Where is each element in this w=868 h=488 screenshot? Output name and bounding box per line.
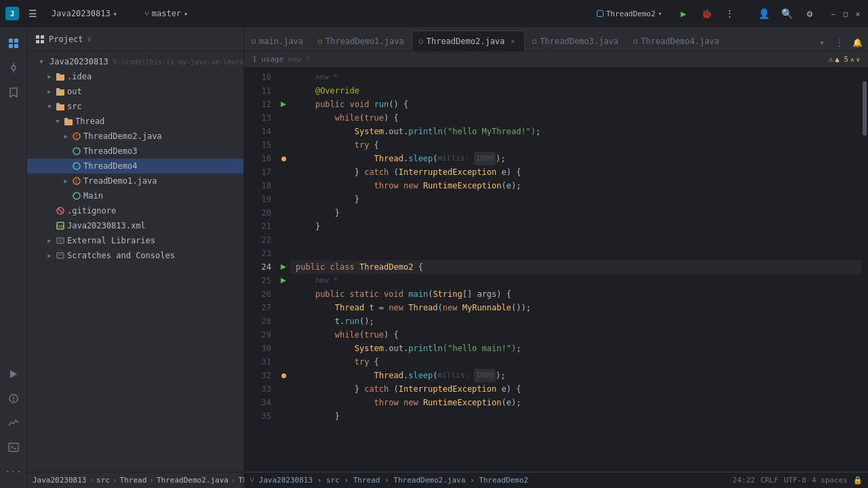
code-line-20: }	[290, 206, 861, 220]
project-selector[interactable]: Java20230813 ▾	[46, 7, 123, 20]
gutter-15	[277, 138, 290, 152]
gitignore-icon	[56, 206, 65, 216]
profiler-tool-button[interactable]	[3, 412, 24, 434]
breadcrumb-file[interactable]: ThreadDemo2.java	[157, 476, 229, 485]
search-everywhere-button[interactable]: 🔍	[777, 4, 796, 23]
code-content[interactable]: new * @Override public void run() { whil…	[290, 68, 861, 472]
svg-point-10	[13, 400, 14, 401]
terminal-tool-button[interactable]	[3, 436, 24, 458]
tree-item-xml[interactable]: XML Java20230813.xml	[27, 218, 243, 233]
code-line-12: public void run() {	[290, 98, 861, 111]
ln-16: 16	[244, 152, 271, 165]
settings-button[interactable]: ⚙	[800, 4, 819, 23]
debug-button[interactable]: 🐞	[697, 4, 716, 23]
status-indent[interactable]: 4 spaces	[812, 476, 848, 485]
tree-item-treadDemo1[interactable]: ▶ C TreadDemo1.java	[27, 174, 243, 188]
code-line-19: }	[290, 192, 861, 206]
svg-rect-38	[57, 238, 64, 243]
tab-threaddemo3[interactable]: ○ ThreadDemo3.java	[525, 30, 626, 51]
profile-button[interactable]: 👤	[754, 4, 773, 23]
tab-list-button[interactable]: ▾	[814, 35, 830, 51]
ln-13: 13	[244, 111, 271, 125]
status-line-ending[interactable]: CRLF	[760, 476, 778, 485]
tree-item-threaddemo4[interactable]: ThreadDemo4	[27, 159, 243, 174]
tree-item-thread[interactable]: ▼ Thread	[27, 114, 243, 129]
gutter-25[interactable]	[277, 274, 290, 287]
ln-10: 10	[244, 70, 271, 84]
svg-rect-20	[56, 73, 60, 75]
tree-item-main[interactable]: Main	[27, 188, 243, 203]
folder-idea-icon	[56, 72, 65, 81]
tree-item-java20230813[interactable]: ▼ Java20230813 D:\code\this-is-my-java-s…	[27, 54, 243, 69]
lock-icon: 🔒	[853, 476, 863, 485]
run-button[interactable]: ▶	[674, 4, 693, 23]
tree-item-src[interactable]: ▼ src	[27, 99, 243, 114]
gutter-28	[277, 314, 290, 328]
tree-item-out[interactable]: ▶ out	[27, 84, 243, 99]
code-editor[interactable]: 10 11 12 13 14 15 16 17 18 19 20 21 22 2…	[244, 68, 868, 472]
gutter-35	[277, 409, 290, 423]
code-line-29: while(true) {	[290, 328, 861, 342]
more-tool-button[interactable]: ···	[3, 461, 24, 483]
tree-label-thread: Thread	[75, 117, 104, 126]
gutter-24[interactable]	[277, 260, 290, 274]
java-threaddemo3-icon	[72, 146, 81, 156]
maximize-button[interactable]: □	[841, 9, 850, 18]
gutter-19	[277, 192, 290, 206]
tree-item-gitignore[interactable]: .gitignore	[27, 203, 243, 218]
svg-rect-3	[14, 44, 18, 48]
minimize-button[interactable]: —	[829, 9, 838, 18]
tree-item-threaddemo3[interactable]: ThreadDemo3	[27, 144, 243, 159]
scrollbar-thumb[interactable]	[863, 81, 867, 136]
notifications-button[interactable]: 🔔	[849, 35, 865, 51]
warning-badge[interactable]: ⚠ ▲ 5 ∧ ∨	[829, 55, 860, 64]
tab-close-threaddemo2[interactable]: ✕	[508, 37, 517, 46]
tab-main[interactable]: ○ main.java	[244, 30, 311, 51]
gutter-13	[277, 111, 290, 125]
tree-item-threaddemo2[interactable]: ▶ C ThreadDemo2.java	[27, 129, 243, 144]
svg-rect-24	[56, 103, 60, 105]
tree-label-threaddemo3: ThreadDemo3	[83, 146, 137, 156]
tree-label-java20230813: Java20230813	[50, 57, 108, 66]
close-button[interactable]: ✕	[853, 9, 863, 18]
status-path: ⑂ Java20230813 › src › Thread › ThreadDe…	[250, 476, 528, 485]
branch-selector[interactable]: ⑂ master ▾	[139, 7, 193, 20]
project-tool-button[interactable]	[3, 33, 24, 54]
tab-threaddemo1[interactable]: ○ ThreadDemo1.java	[311, 30, 412, 51]
gutter-26	[277, 287, 290, 301]
tab-threaddemo4-icon: ○	[633, 37, 637, 45]
ln-18: 18	[244, 179, 271, 192]
tab-threaddemo3-label: ThreadDemo3.java	[540, 37, 618, 46]
hamburger-menu-button[interactable]: ☰	[23, 4, 42, 23]
tree-label-ext-lib: External Libraries	[67, 236, 155, 245]
bookmarks-tool-button[interactable]	[3, 81, 24, 103]
more-run-options[interactable]: ⋮	[720, 4, 739, 23]
status-breadcrumb[interactable]: ⑂ Java20230813 › src › Thread › ThreadDe…	[250, 476, 528, 485]
breadcrumb-src[interactable]: src	[96, 476, 110, 485]
status-encoding[interactable]: UTF-8	[784, 476, 806, 485]
run-tool-button[interactable]	[3, 363, 24, 385]
warning-chevron2: ∨	[856, 56, 860, 63]
editor-scrollbar[interactable]	[861, 68, 868, 472]
breadcrumb-thread[interactable]: Thread	[120, 476, 147, 485]
tab-settings-button[interactable]: ⋮	[831, 35, 848, 51]
java-treadDemo1-icon: C	[72, 176, 81, 186]
tree-no-arrow-threaddemo2: ▶	[62, 132, 70, 140]
tree-item-ext-lib[interactable]: ▶ External Libraries	[27, 233, 243, 248]
commit-tool-button[interactable]	[3, 57, 24, 79]
tab-threaddemo2[interactable]: ○ ThreadDemo2.java ✕	[412, 30, 526, 51]
tab-threaddemo4[interactable]: ○ ThreadDemo4.java	[626, 30, 727, 51]
ln-20: 20	[244, 206, 271, 220]
notification-right: ⚠ ▲ 5 ∧ ∨	[829, 55, 860, 64]
ln-17: 17	[244, 165, 271, 179]
tree-label-treadDemo1: TreadDemo1.java	[83, 176, 157, 186]
status-lock[interactable]: 🔒	[853, 476, 863, 485]
svg-marker-43	[281, 102, 286, 107]
debug-tool-button[interactable]	[3, 388, 24, 409]
tab-threaddemo2-icon: ○	[419, 37, 423, 45]
breadcrumb-java[interactable]: Java20230813	[33, 476, 86, 485]
status-position[interactable]: 24:22	[732, 476, 755, 485]
tree-item-idea[interactable]: ▶ .idea	[27, 69, 243, 84]
tree-item-scratches[interactable]: ▶ Scratches and Consoles	[27, 248, 243, 263]
gutter-12[interactable]	[277, 98, 290, 111]
